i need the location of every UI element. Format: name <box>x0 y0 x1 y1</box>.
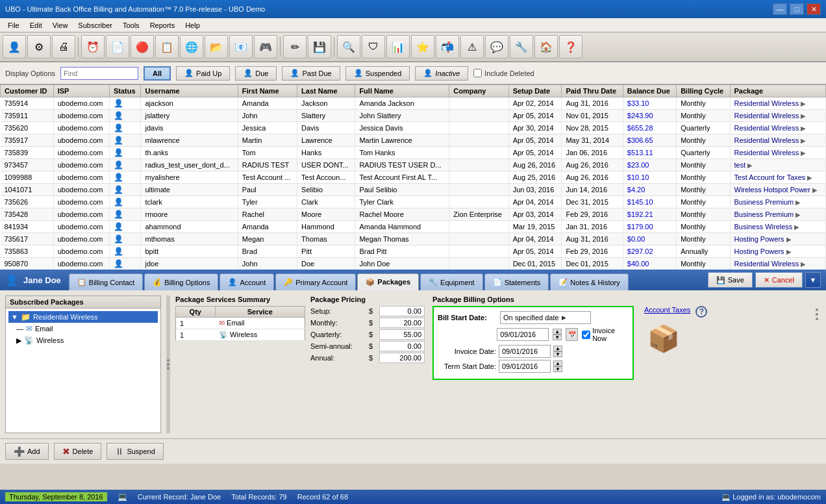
table-row[interactable]: 735428 ubodemo.com 👤 rmoore Rachel Moore… <box>1 208 826 221</box>
cell-balance[interactable]: $0.00 <box>623 233 676 246</box>
pkg-item-residential-wireless[interactable]: ▼ 📁 Residential Wireless <box>8 311 158 323</box>
cell-balance[interactable]: $192.21 <box>623 208 676 221</box>
tab-billing-contact[interactable]: 📋 Billing Contact <box>69 273 143 290</box>
toolbar-gamepad-btn[interactable]: 🎮 <box>254 35 277 58</box>
tab-packages[interactable]: 📦 Packages <box>357 273 419 290</box>
toolbar-user-btn[interactable]: 👤 <box>3 35 26 58</box>
toolbar-msg-btn[interactable]: 💬 <box>485 35 508 58</box>
table-row[interactable]: 1041071 ubodemo.com 👤 ultimate Paul Seli… <box>1 184 826 196</box>
toolbar-help-btn[interactable]: ❓ <box>559 35 582 58</box>
table-row[interactable]: 1099988 ubodemo.com 👤 myalishere Test Ac… <box>1 171 826 184</box>
menu-reports[interactable]: Reports <box>145 20 181 31</box>
toolbar-settings-btn[interactable]: ⚙ <box>27 35 51 58</box>
toolbar-print-btn[interactable]: 🖨 <box>52 35 75 58</box>
table-row[interactable]: 735620 ubodemo.com 👤 jdavis Jessica Davi… <box>1 122 826 134</box>
invoice-date-input[interactable] <box>499 345 551 358</box>
cell-balance[interactable]: $513.11 <box>623 147 676 159</box>
toolbar-chart-btn[interactable]: 📊 <box>386 35 410 58</box>
col-full-name[interactable]: Full Name <box>355 85 449 97</box>
delete-button[interactable]: ✖ Delete <box>54 443 102 460</box>
filter-suspended-button[interactable]: 👤Suspended <box>345 66 410 81</box>
calendar-button[interactable]: 📅 <box>566 328 578 341</box>
col-paid-thru-date[interactable]: Paid Thru Date <box>562 85 623 97</box>
toolbar-wrench-btn[interactable]: 🔧 <box>510 35 533 58</box>
toolbar-save-btn[interactable]: 💾 <box>308 35 331 58</box>
toolbar-edit-btn[interactable]: ✏ <box>283 35 307 58</box>
toolbar-mail-btn[interactable]: 📬 <box>436 35 459 58</box>
toolbar-home-btn[interactable]: 🏠 <box>534 35 558 58</box>
col-first-name[interactable]: First Name <box>238 85 297 97</box>
add-button[interactable]: ➕ Add <box>5 443 49 460</box>
toolbar-doc-btn[interactable]: 📄 <box>106 35 129 58</box>
table-row[interactable]: 973457 ubodemo.com 👤 radius_test_user_do… <box>1 159 826 171</box>
col-setup-date[interactable]: Setup Date <box>508 85 562 97</box>
tab-account[interactable]: 👤 Account <box>219 273 274 290</box>
tab-notes-history[interactable]: 📝 Notes & History <box>550 273 628 290</box>
table-row[interactable]: 735917 ubodemo.com 👤 mlawrence Martin La… <box>1 134 826 147</box>
table-row[interactable]: 735617 ubodemo.com 👤 mthomas Megan Thoma… <box>1 233 826 246</box>
cell-balance[interactable]: $40.00 <box>623 258 676 270</box>
tab-primary-account[interactable]: 🔑 Primary Account <box>275 273 356 290</box>
toolbar-folder-btn[interactable]: 📂 <box>205 35 228 58</box>
tab-statements[interactable]: 📄 Statements <box>484 273 549 290</box>
resize-handle[interactable] <box>166 296 170 433</box>
toolbar-warn-btn[interactable]: ⚠ <box>460 35 484 58</box>
minimize-button[interactable]: — <box>773 3 787 15</box>
cell-balance[interactable]: $179.00 <box>623 221 676 233</box>
col-package[interactable]: Package <box>730 85 825 97</box>
toolbar-email-btn[interactable]: 📧 <box>229 35 253 58</box>
cell-balance[interactable]: $10.10 <box>623 171 676 184</box>
cell-balance[interactable]: $306.65 <box>623 134 676 147</box>
term-start-spin-up[interactable]: ▲ <box>553 360 562 366</box>
suspend-button[interactable]: ⏸ Suspend <box>106 443 163 460</box>
toolbar-alert-btn[interactable]: 🔴 <box>131 35 154 58</box>
toolbar-web-btn[interactable]: 🌐 <box>180 35 203 58</box>
save-button[interactable]: 💾 Save <box>708 272 753 288</box>
close-button[interactable]: ✕ <box>807 3 821 15</box>
invoice-date-spin-down[interactable]: ▼ <box>553 351 562 357</box>
cell-balance[interactable]: $4.20 <box>623 184 676 196</box>
help-button[interactable]: ? <box>695 306 707 318</box>
term-start-spin-down[interactable]: ▼ <box>553 366 562 372</box>
tab-billing-options[interactable]: 💰 Billing Options <box>144 273 218 290</box>
col-last-name[interactable]: Last Name <box>297 85 355 97</box>
bill-start-dropdown[interactable]: On specified date ▶ <box>500 311 591 324</box>
invoice-date-spin-up[interactable]: ▲ <box>553 346 562 351</box>
table-row[interactable]: 735863 ubodemo.com 👤 bpitt Brad Pitt Bra… <box>1 246 826 258</box>
cancel-button[interactable]: ✕ Cancel <box>755 272 803 288</box>
cell-balance[interactable]: $23.00 <box>623 159 676 171</box>
menu-subscriber[interactable]: Subscriber <box>73 20 118 31</box>
col-status[interactable]: Status <box>109 85 141 97</box>
cell-balance[interactable]: $33.10 <box>623 97 676 110</box>
table-row[interactable]: 841934 ubodemo.com 👤 ahammond Amanda Ham… <box>1 221 826 233</box>
menu-help[interactable]: Help <box>180 20 205 31</box>
cell-balance[interactable]: $655.28 <box>623 122 676 134</box>
include-deleted-checkbox[interactable] <box>473 69 482 77</box>
cell-balance[interactable]: $297.02 <box>623 246 676 258</box>
table-row[interactable]: 735911 ubodemo.com 👤 jslattery John Slat… <box>1 110 826 122</box>
bill-date-input[interactable] <box>497 328 549 341</box>
tab-equipment[interactable]: 🔧 Equipment <box>420 273 483 290</box>
date-spin-up[interactable]: ▲ <box>553 329 562 334</box>
filter-paid-up-button[interactable]: 👤Paid Up <box>176 66 230 81</box>
invoice-now-checkbox[interactable] <box>582 331 590 339</box>
pkg-item-wireless[interactable]: ▶ 📡 Wireless <box>8 334 158 346</box>
toolbar-shield-btn[interactable]: 🛡 <box>362 35 385 58</box>
col-billing-cycle[interactable]: Billing Cycle <box>677 85 730 97</box>
toolbar-star-btn[interactable]: ⭐ <box>411 35 434 58</box>
search-input[interactable] <box>60 67 138 80</box>
col-customer-id[interactable]: Customer ID <box>1 85 54 97</box>
table-row[interactable]: 735626 ubodemo.com 👤 tclark Tyler Clark … <box>1 196 826 208</box>
toolbar-search-btn[interactable]: 🔍 <box>337 35 360 58</box>
filter-past-due-button[interactable]: 👤Past Due <box>282 66 340 81</box>
pkg-item-email[interactable]: — ✉ Email <box>8 323 158 334</box>
date-spin-down[interactable]: ▼ <box>553 334 562 340</box>
col-company[interactable]: Company <box>449 85 508 97</box>
customer-table-wrapper[interactable]: Customer ID ISP Status Username First Na… <box>0 84 826 270</box>
cell-balance[interactable]: $243.90 <box>623 110 676 122</box>
account-taxes-link[interactable]: Account Taxes <box>644 306 690 314</box>
filter-due-button[interactable]: 👤Due <box>235 66 277 81</box>
menu-view[interactable]: View <box>47 20 73 31</box>
scroll-down-button[interactable]: ▼ <box>805 272 821 288</box>
maximize-button[interactable]: □ <box>790 3 804 15</box>
